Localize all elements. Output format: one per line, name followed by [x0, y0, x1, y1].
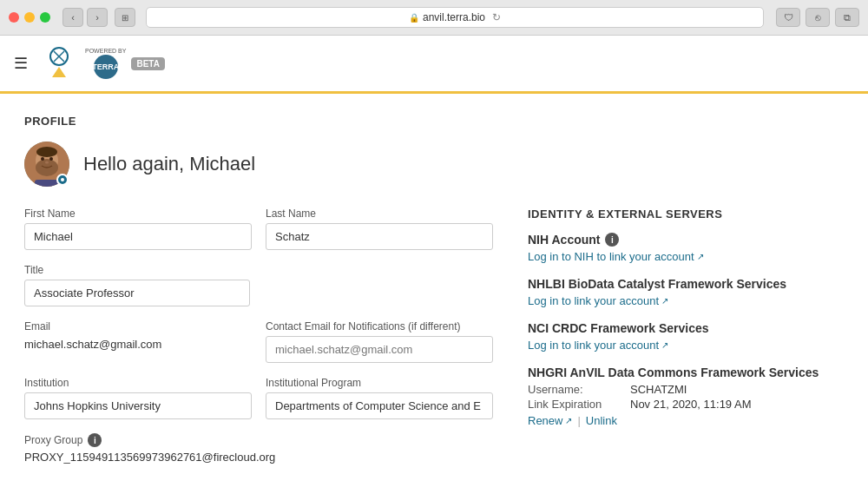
- institution-group: Institution: [24, 377, 252, 419]
- browser-actions: 🛡 ⎋ ⧉: [776, 8, 859, 27]
- shield-button[interactable]: 🛡: [776, 8, 800, 27]
- traffic-lights: [9, 12, 50, 23]
- nih-info-icon[interactable]: i: [605, 233, 619, 247]
- title-label: Title: [24, 264, 250, 276]
- terra-badge: Terra: [94, 55, 118, 79]
- forward-button[interactable]: ›: [87, 8, 108, 27]
- minimize-button[interactable]: [24, 12, 35, 23]
- nhgri-renew-icon: ↗: [565, 416, 572, 425]
- nhgri-actions: Renew ↗ | Unlink: [528, 414, 844, 427]
- proxy-label: Proxy Group: [24, 434, 82, 446]
- nhlbi-link[interactable]: Log in to link your account ↗: [528, 294, 844, 307]
- svg-point-9: [45, 161, 49, 164]
- svg-point-7: [41, 157, 44, 161]
- title-group: Title: [24, 264, 250, 306]
- pipe-separator: |: [577, 414, 580, 427]
- nih-external-icon: ↗: [697, 252, 704, 261]
- nhgri-expiration-label: Link Expiration: [528, 398, 623, 411]
- nhlbi-section: NHLBI BioData Catalyst Framework Service…: [528, 277, 844, 307]
- url-text: anvil.terra.bio: [423, 11, 485, 23]
- anvil-logo: [38, 44, 80, 82]
- svg-marker-3: [52, 67, 66, 77]
- browser-chrome: ‹ › ⊞ 🔒 anvil.terra.bio ↻ 🛡 ⎋ ⧉: [0, 0, 868, 36]
- proxy-value: PROXY_115949113569973962761@firecloud.or…: [24, 451, 493, 464]
- proxy-label-row: Proxy Group i: [24, 433, 493, 447]
- reload-icon[interactable]: ↻: [492, 11, 501, 23]
- form-layout: First Name Last Name Title Email: [24, 207, 844, 464]
- institution-row: Institution Institutional Program: [24, 377, 493, 419]
- nih-link[interactable]: Log in to NIH to link your account ↗: [528, 250, 844, 263]
- title-row: Title: [24, 264, 493, 306]
- last-name-group: Last Name: [266, 207, 493, 250]
- nhgri-expiration-row: Link Expiration Nov 21, 2020, 11:19 AM: [528, 398, 844, 411]
- identity-title: IDENTITY & EXTERNAL SERVERS: [528, 207, 844, 221]
- first-name-label: First Name: [24, 207, 252, 220]
- avatar-edit-dot[interactable]: [56, 174, 69, 186]
- tabs-button[interactable]: ⧉: [835, 8, 859, 27]
- nci-external-icon: ↗: [661, 340, 668, 350]
- nhgri-section: NHGRI AnVIL Data Commons Framework Servi…: [528, 366, 844, 427]
- name-row: First Name Last Name: [24, 207, 493, 250]
- nav-arrows: ‹ ›: [62, 8, 108, 27]
- contact-email-label: Contact Email for Notifications (if diff…: [266, 320, 493, 333]
- profile-header: Hello again, Michael: [24, 142, 844, 187]
- back-button[interactable]: ‹: [62, 8, 83, 27]
- email-label: Email: [24, 320, 252, 333]
- nci-link[interactable]: Log in to link your account ↗: [528, 339, 844, 352]
- contact-email-input[interactable]: [266, 336, 493, 363]
- nih-section: NIH Account i Log in to NIH to link your…: [528, 233, 844, 263]
- last-name-label: Last Name: [266, 207, 493, 220]
- last-name-input[interactable]: [266, 223, 493, 250]
- first-name-group: First Name: [24, 207, 252, 250]
- first-name-input[interactable]: [24, 223, 252, 250]
- beta-badge: BETA: [131, 57, 164, 70]
- institutional-program-label: Institutional Program: [266, 377, 493, 389]
- nhgri-unlink-link[interactable]: Unlink: [586, 414, 617, 427]
- contact-email-group: Contact Email for Notifications (if diff…: [266, 320, 493, 363]
- nci-title: NCI CRDC Framework Services: [528, 321, 844, 335]
- share-button[interactable]: ⎋: [806, 8, 830, 27]
- tab-strip-button[interactable]: ⊞: [115, 8, 135, 27]
- greeting-text: Hello again, Michael: [83, 153, 255, 175]
- avatar-container: [24, 142, 69, 187]
- nhgri-renew-link[interactable]: Renew ↗: [528, 414, 572, 427]
- powered-by: POWERED BY Terra: [85, 48, 126, 79]
- form-left: First Name Last Name Title Email: [24, 207, 493, 464]
- svg-point-10: [36, 147, 57, 157]
- svg-point-8: [49, 157, 53, 161]
- title-input[interactable]: [24, 280, 250, 306]
- email-row: Email michael.schatz@gmail.com Contact E…: [24, 320, 493, 363]
- app-header: ☰ POWERED BY Terra BETA: [0, 36, 868, 94]
- institutional-program-input[interactable]: [266, 392, 493, 419]
- nhgri-expiration-value: Nov 21, 2020, 11:19 AM: [630, 398, 751, 411]
- page-title: PROFILE: [24, 115, 844, 128]
- hamburger-menu[interactable]: ☰: [14, 54, 28, 73]
- lock-icon: 🔒: [409, 13, 419, 23]
- maximize-button[interactable]: [40, 12, 50, 23]
- institution-label: Institution: [24, 377, 252, 389]
- nhlbi-external-icon: ↗: [661, 296, 668, 306]
- email-value: michael.schatz@gmail.com: [24, 336, 252, 352]
- institutional-program-group: Institutional Program: [266, 377, 493, 419]
- nhgri-title: NHGRI AnVIL Data Commons Framework Servi…: [528, 366, 844, 379]
- nih-title: NIH Account i: [528, 233, 844, 247]
- nhlbi-title: NHLBI BioData Catalyst Framework Service…: [528, 277, 844, 291]
- svg-rect-11: [35, 180, 59, 187]
- logo-container: POWERED BY Terra BETA: [38, 44, 165, 82]
- page-content: PROFILE: [0, 94, 868, 494]
- nhgri-username-label: Username:: [528, 383, 623, 396]
- proxy-section: Proxy Group i PROXY_11594911356997396276…: [24, 433, 493, 464]
- email-group: Email michael.schatz@gmail.com: [24, 320, 252, 363]
- nhgri-username-value: SCHATZMI: [630, 383, 687, 396]
- proxy-info-icon[interactable]: i: [88, 433, 102, 447]
- close-button[interactable]: [9, 12, 19, 23]
- institution-input[interactable]: [24, 392, 252, 419]
- nhgri-username-row: Username: SCHATZMI: [528, 383, 844, 396]
- nci-section: NCI CRDC Framework Services Log in to li…: [528, 321, 844, 352]
- form-right: IDENTITY & EXTERNAL SERVERS NIH Account …: [519, 207, 844, 464]
- address-bar[interactable]: 🔒 anvil.terra.bio ↻: [146, 7, 764, 28]
